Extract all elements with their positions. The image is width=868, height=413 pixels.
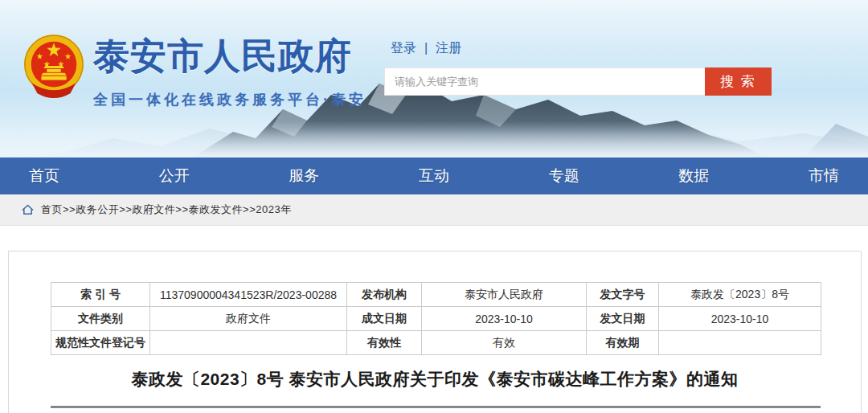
login-link[interactable]: 登录: [391, 41, 416, 55]
meta-value-issuing-org: 泰安市人民政府: [422, 283, 587, 307]
table-row: 索 引 号 11370900004341523R/2023-00288 发布机构…: [51, 283, 821, 307]
meta-label-issue-date: 发文日期: [587, 307, 659, 331]
meta-value-written-date: 2023-10-10: [422, 307, 587, 331]
meta-value-doc-category: 政府文件: [150, 307, 347, 331]
register-link[interactable]: 注册: [436, 41, 461, 55]
home-icon: [22, 204, 34, 215]
meta-label-doc-number: 发文字号: [587, 283, 659, 307]
meta-value-validity: 有效: [422, 331, 587, 355]
main-nav: 首页 公开 服务 互动 专题 数据 市情: [0, 157, 868, 194]
national-emblem-logo[interactable]: [23, 29, 85, 106]
document-meta-table: 索 引 号 11370900004341523R/2023-00288 发布机构…: [51, 282, 821, 355]
nav-item-topics[interactable]: 专题: [549, 166, 579, 186]
breadcrumb[interactable]: 首页>>政务公开>>政府文件>>泰政发文件>>2023年: [41, 202, 292, 217]
table-row: 文件类别 政府文件 成文日期 2023-10-10 发文日期 2023-10-1…: [51, 307, 821, 331]
site-header: 泰安市人民政府 全国一体化在线政务服务平台·泰安 登录|注册 搜 索: [0, 0, 868, 157]
breadcrumb-bar: 首页>>政务公开>>政府文件>>泰政发文件>>2023年: [0, 194, 868, 226]
meta-label-issuing-org: 发布机构: [347, 283, 422, 307]
meta-label-valid-period: 有效期: [587, 331, 659, 355]
document-card: 索 引 号 11370900004341523R/2023-00288 发布机构…: [8, 251, 862, 413]
nav-item-home[interactable]: 首页: [29, 166, 59, 186]
meta-label-doc-category: 文件类别: [51, 307, 150, 331]
search-button[interactable]: 搜 索: [705, 67, 772, 96]
search-bar: 搜 索: [384, 67, 772, 96]
nav-item-open[interactable]: 公开: [159, 166, 190, 186]
search-input[interactable]: [385, 68, 705, 95]
site-identity: 泰安市人民政府 全国一体化在线政务服务平台·泰安: [93, 32, 366, 109]
meta-label-validity: 有效性: [347, 331, 422, 355]
meta-value-doc-number: 泰政发〔2023〕8号: [659, 283, 821, 307]
title-divider: [51, 406, 821, 408]
site-title: 泰安市人民政府: [93, 32, 366, 80]
nav-item-data[interactable]: 数据: [678, 166, 709, 186]
table-row: 规范性文件登记号 有效性 有效 有效期: [51, 331, 821, 355]
account-links: 登录|注册: [391, 40, 461, 57]
nav-item-cityinfo[interactable]: 市情: [809, 166, 839, 186]
meta-value-regulatory-no: [150, 331, 347, 355]
meta-label-written-date: 成文日期: [347, 307, 422, 331]
meta-value-valid-period: [659, 331, 821, 355]
meta-value-issue-date: 2023-10-10: [659, 307, 821, 331]
site-subtitle: 全国一体化在线政务服务平台·泰安: [93, 90, 366, 109]
meta-value-index-no: 11370900004341523R/2023-00288: [150, 283, 347, 307]
meta-label-index-no: 索 引 号: [51, 283, 150, 307]
nav-item-services[interactable]: 服务: [289, 166, 319, 186]
document-title: 泰政发〔2023〕8号 泰安市人民政府关于印发《泰安市碳达峰工作方案》的通知: [9, 368, 861, 391]
meta-label-regulatory-no: 规范性文件登记号: [51, 331, 150, 355]
nav-item-interact[interactable]: 互动: [419, 166, 449, 186]
login-register-divider: |: [424, 41, 428, 55]
